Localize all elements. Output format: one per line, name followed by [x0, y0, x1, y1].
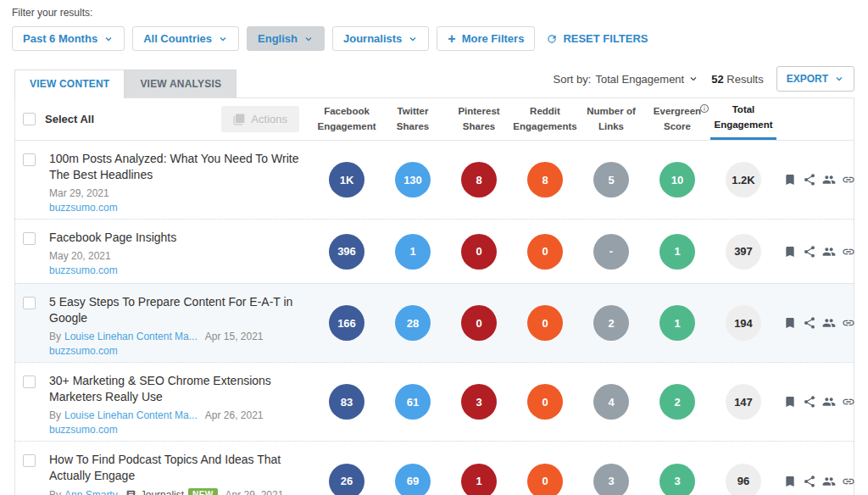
audience-icon[interactable]	[822, 475, 836, 488]
total-engagement-circle: 147	[726, 384, 761, 420]
total-engagement-circle: 96	[726, 464, 761, 495]
chevron-down-icon	[408, 34, 418, 44]
reset-filters-button[interactable]: RESET FILTERS	[542, 27, 651, 50]
column-header-twitter-shares[interactable]: TwitterShares	[380, 98, 446, 140]
date-range-filter-label: Past 6 Months	[23, 32, 97, 45]
table-row: 30+ Marketing & SEO Chrome Extensions Ma…	[15, 362, 854, 441]
row-checkbox[interactable]	[23, 153, 36, 166]
row-checkbox[interactable]	[23, 232, 36, 245]
author-link[interactable]: Louise Linehan Content Ma...	[64, 331, 198, 342]
results-panel: Select All Actions FacebookEngagement Tw…	[14, 97, 854, 495]
country-filter[interactable]: All Countries	[132, 26, 239, 51]
column-header-facebook-engagement[interactable]: FacebookEngagement	[314, 98, 380, 140]
reddit-engagements-circle: 0	[527, 464, 563, 495]
link-icon[interactable]	[842, 173, 855, 186]
sort-by-label: Sort by:	[554, 73, 592, 86]
link-icon[interactable]	[842, 245, 855, 259]
author-link[interactable]: Ann Smarty	[64, 489, 118, 495]
column-header-pinterest-shares[interactable]: PinterestShares	[446, 98, 512, 140]
row-metrics: 1K130885101.2K	[314, 141, 776, 219]
share-icon[interactable]	[803, 173, 816, 186]
table-row: How To Find Podcast Topics And Ideas Tha…	[15, 441, 854, 495]
reddit-engagements-circle: 0	[527, 234, 563, 270]
tab-view-analysis[interactable]: VIEW ANALYSIS	[125, 70, 236, 97]
evergreen-score-circle: 3	[659, 464, 695, 495]
result-date: Apr 29, 2021	[225, 489, 284, 495]
results-count-label: Results	[726, 73, 763, 86]
export-button[interactable]: EXPORT	[776, 66, 854, 92]
bookmark-icon[interactable]	[783, 316, 797, 330]
bookmark-icon[interactable]	[783, 245, 797, 259]
share-icon[interactable]	[803, 316, 816, 330]
result-title[interactable]: 30+ Marketing & SEO Chrome Extensions Ma…	[49, 373, 303, 405]
row-checkbox[interactable]	[23, 297, 36, 309]
result-title[interactable]: 100m Posts Analyzed: What You Need To Wr…	[49, 151, 303, 183]
tab-view-content[interactable]: VIEW CONTENT	[14, 70, 125, 98]
row-checkbox[interactable]	[23, 375, 36, 388]
select-all-label: Select All	[45, 113, 94, 125]
newspaper-icon	[125, 489, 136, 495]
bookmark-icon[interactable]	[783, 173, 797, 186]
share-icon[interactable]	[803, 395, 816, 409]
select-all[interactable]: Select All	[23, 113, 94, 125]
actions-button[interactable]: Actions	[221, 106, 299, 132]
audience-icon[interactable]	[822, 395, 836, 409]
evergreen-score-circle: 1	[659, 305, 695, 341]
result-title[interactable]: 5 Easy Steps To Prepare Content For E-A-…	[49, 294, 303, 326]
share-icon[interactable]	[803, 475, 816, 488]
more-filters-button[interactable]: + More Filters	[437, 26, 535, 51]
column-header-total-engagement[interactable]: TotalEngagement	[710, 98, 776, 140]
result-domain-link[interactable]: buzzsumo.com	[49, 202, 118, 214]
column-header-evergreen-score[interactable]: EvergreenScore	[644, 98, 710, 140]
date-range-filter[interactable]: Past 6 Months	[12, 26, 125, 51]
facebook-engagement-circle: 166	[329, 305, 364, 341]
evergreen-score-circle: 2	[659, 384, 695, 420]
result-domain-link[interactable]: buzzsumo.com	[49, 424, 118, 436]
journalist-badge: Journalist NEW	[125, 488, 218, 495]
bookmark-icon[interactable]	[783, 475, 797, 488]
pinterest-shares-circle: 0	[461, 234, 497, 270]
sort-by-dropdown[interactable]: Sort by: Total Engagement	[554, 73, 699, 86]
number-of-links-circle: 5	[593, 162, 629, 197]
bookmark-icon[interactable]	[783, 395, 797, 409]
language-filter[interactable]: English	[247, 26, 325, 51]
pinterest-shares-circle: 1	[461, 464, 497, 495]
column-header-number-of-links[interactable]: Number ofLinks	[578, 98, 644, 140]
actions-button-label: Actions	[251, 113, 287, 125]
result-domain-link[interactable]: buzzsumo.com	[49, 345, 118, 357]
audience-icon[interactable]	[822, 245, 836, 259]
reddit-engagements-circle: 0	[527, 384, 563, 420]
plus-icon: +	[448, 35, 455, 43]
info-icon[interactable]	[699, 103, 709, 114]
results-count: 52 Results	[711, 73, 763, 86]
journalists-filter[interactable]: Journalists	[332, 26, 429, 51]
reddit-engagements-circle: 8	[527, 162, 563, 197]
results-list: 100m Posts Analyzed: What You Need To Wr…	[15, 141, 854, 495]
result-date: Mar 29, 2021	[49, 187, 109, 199]
more-filters-label: More Filters	[462, 32, 525, 45]
row-metrics: 166280021194	[314, 284, 776, 362]
export-button-label: EXPORT	[787, 73, 828, 85]
author-link[interactable]: Louise Linehan Content Ma...	[64, 409, 198, 421]
total-engagement-circle: 1.2K	[726, 162, 761, 197]
chevron-down-icon	[218, 34, 228, 44]
share-icon[interactable]	[803, 245, 816, 259]
filter-bar: Filter your results: Past 6 Months All C…	[0, 0, 868, 51]
result-title[interactable]: Facebook Page Insights	[49, 230, 303, 246]
reset-filters-label: RESET FILTERS	[563, 32, 648, 45]
link-icon[interactable]	[842, 475, 855, 488]
byline-prefix: By	[49, 331, 61, 342]
result-domain-link[interactable]: buzzsumo.com	[49, 264, 118, 276]
table-row: 100m Posts Analyzed: What You Need To Wr…	[15, 141, 854, 219]
byline-author: By Ann Smarty	[49, 489, 118, 495]
result-title[interactable]: How To Find Podcast Topics And Ideas Tha…	[49, 452, 303, 484]
column-header-reddit-engagements[interactable]: RedditEngagements	[512, 98, 578, 140]
link-icon[interactable]	[842, 395, 855, 409]
audience-icon[interactable]	[822, 316, 836, 330]
row-checkbox[interactable]	[23, 454, 36, 467]
audience-icon[interactable]	[822, 173, 836, 186]
byline-author: By Louise Linehan Content Ma...	[49, 331, 198, 342]
row-metrics: 396100-1397	[314, 220, 776, 283]
link-icon[interactable]	[842, 316, 855, 330]
select-all-checkbox[interactable]	[23, 113, 36, 125]
